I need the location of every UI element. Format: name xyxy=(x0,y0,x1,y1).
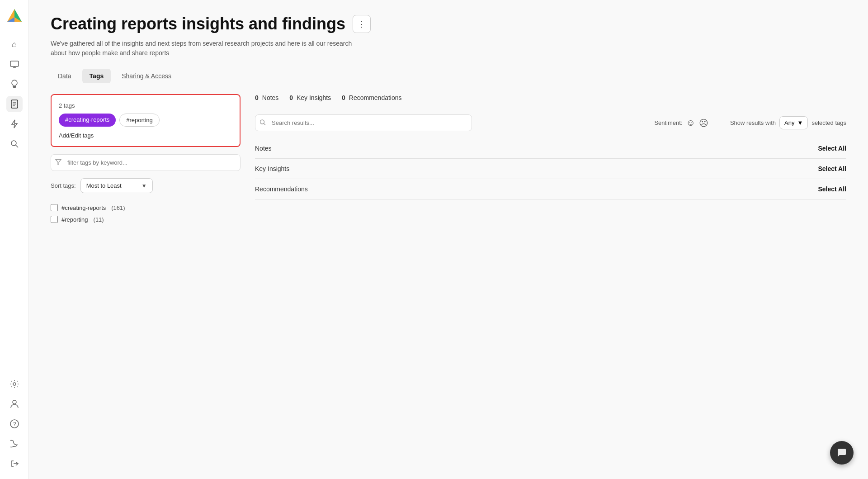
left-column: 2 tags #creating-reports #reporting Add/… xyxy=(51,94,241,465)
logo[interactable] xyxy=(6,7,23,25)
search-controls-row: Sentiment: ☺ ☹ Show results with Any ▼ s… xyxy=(255,114,846,131)
sort-label: Sort tags: xyxy=(51,182,76,189)
any-dropdown-icon: ▼ xyxy=(797,119,803,126)
tags-count-label: 2 tags xyxy=(59,102,232,109)
tab-sharing[interactable]: Sharing & Access xyxy=(114,69,179,83)
svg-point-13 xyxy=(11,141,16,146)
section-recommendations-label: Recommendations xyxy=(255,185,308,193)
sections-list: Notes Select All Key Insights Select All… xyxy=(255,138,846,199)
tag-checkbox-creating-reports[interactable] xyxy=(51,204,58,211)
section-notes: Notes Select All xyxy=(255,138,846,159)
svg-text:?: ? xyxy=(13,421,16,427)
page-header: Creating reports insights and findings ⋮ xyxy=(51,14,846,33)
tag-creating-reports[interactable]: #creating-reports xyxy=(59,114,116,127)
section-key-insights: Key Insights Select All xyxy=(255,159,846,179)
more-options-button[interactable]: ⋮ xyxy=(353,15,371,33)
add-edit-tags-link[interactable]: Add/Edit tags xyxy=(59,132,232,139)
main-content: Creating reports insights and findings ⋮… xyxy=(29,0,868,479)
right-column: 0 Notes 0 Key Insights 0 Recommendations xyxy=(255,94,846,465)
sidebar-icon-logout[interactable] xyxy=(6,455,23,472)
results-with-row: Show results with Any ▼ selected tags xyxy=(730,116,846,129)
section-key-insights-label: Key Insights xyxy=(255,165,289,172)
tag-count-reporting: (11) xyxy=(94,216,104,223)
tags-list: #creating-reports #reporting xyxy=(59,114,232,127)
section-notes-label: Notes xyxy=(255,145,272,152)
svg-line-22 xyxy=(264,123,266,125)
sidebar-icon-settings[interactable] xyxy=(6,376,23,392)
ellipsis-icon: ⋮ xyxy=(358,19,366,29)
tag-check-item-reporting: #reporting (11) xyxy=(51,216,241,223)
notes-label: Notes xyxy=(262,94,279,101)
search-icon xyxy=(259,119,266,127)
tag-check-label-reporting: #reporting xyxy=(61,216,88,223)
sad-sentiment-icon[interactable]: ☹ xyxy=(699,118,708,128)
tag-check-item-creating-reports: #creating-reports (161) xyxy=(51,204,241,211)
svg-rect-3 xyxy=(10,61,19,66)
section-recommendations-select-all[interactable]: Select All xyxy=(818,185,846,193)
page-title: Creating reports insights and findings xyxy=(51,14,345,33)
sidebar-icon-home[interactable]: ⌂ xyxy=(6,36,23,52)
tag-count-creating-reports: (161) xyxy=(111,204,125,211)
filter-tags-input[interactable] xyxy=(51,154,241,171)
tab-tags[interactable]: Tags xyxy=(82,69,111,83)
happy-sentiment-icon[interactable]: ☺ xyxy=(686,118,695,128)
section-key-insights-select-all[interactable]: Select All xyxy=(818,165,846,172)
search-wrap xyxy=(255,114,472,131)
tag-reporting[interactable]: #reporting xyxy=(119,114,160,127)
chat-button[interactable] xyxy=(830,441,854,465)
recommendations-count: 0 xyxy=(342,94,345,101)
section-notes-select-all[interactable]: Select All xyxy=(818,145,846,152)
key-insights-count: 0 xyxy=(289,94,293,101)
sidebar-icon-monitor[interactable] xyxy=(6,56,23,72)
sidebar-icon-moon[interactable] xyxy=(6,436,23,452)
svg-marker-20 xyxy=(56,159,61,165)
tab-data[interactable]: Data xyxy=(51,69,79,83)
filter-input-wrap xyxy=(51,154,241,171)
sidebar-icon-search[interactable] xyxy=(6,136,23,152)
sort-value: Most to Least xyxy=(86,182,122,189)
tag-check-label-creating-reports: #creating-reports xyxy=(61,204,106,211)
recommendations-label: Recommendations xyxy=(349,94,402,101)
selected-tags-label: selected tags xyxy=(811,119,846,126)
any-select[interactable]: Any ▼ xyxy=(779,116,808,129)
any-value: Any xyxy=(784,119,794,126)
filter-icon xyxy=(55,159,61,166)
stats-row: 0 Notes 0 Key Insights 0 Recommendations xyxy=(255,94,846,107)
sentiment-row: Sentiment: ☺ ☹ xyxy=(654,118,708,128)
svg-point-16 xyxy=(13,400,16,404)
tag-check-list: #creating-reports (161) #reporting (11) xyxy=(51,204,241,223)
svg-rect-7 xyxy=(13,87,15,88)
svg-point-21 xyxy=(260,120,264,124)
sort-row: Sort tags: Most to Least ▼ xyxy=(51,178,241,193)
sort-dropdown-icon: ▼ xyxy=(142,183,147,189)
svg-marker-12 xyxy=(12,120,17,128)
tags-box: 2 tags #creating-reports #reporting Add/… xyxy=(51,94,241,147)
tag-checkbox-reporting[interactable] xyxy=(51,216,58,223)
tab-bar: Data Tags Sharing & Access xyxy=(51,69,846,83)
svg-point-15 xyxy=(13,383,16,385)
search-results-input[interactable] xyxy=(255,114,472,131)
sort-select[interactable]: Most to Least ▼ xyxy=(80,178,153,193)
sidebar-icon-person[interactable] xyxy=(6,396,23,412)
sidebar-icon-document[interactable] xyxy=(6,96,23,112)
sidebar-icon-help[interactable]: ? xyxy=(6,416,23,432)
section-recommendations: Recommendations Select All xyxy=(255,179,846,199)
page-subtitle: We've gathered all of the insights and n… xyxy=(51,39,367,58)
sentiment-label: Sentiment: xyxy=(654,119,682,126)
sidebar-icon-lightbulb[interactable] xyxy=(6,76,23,92)
key-insights-label: Key Insights xyxy=(297,94,331,101)
sidebar-icon-flash[interactable] xyxy=(6,116,23,132)
svg-line-14 xyxy=(15,145,18,148)
sidebar: ⌂ ? xyxy=(0,0,29,479)
results-with-label: Show results with xyxy=(730,119,776,126)
notes-count: 0 xyxy=(255,94,259,101)
